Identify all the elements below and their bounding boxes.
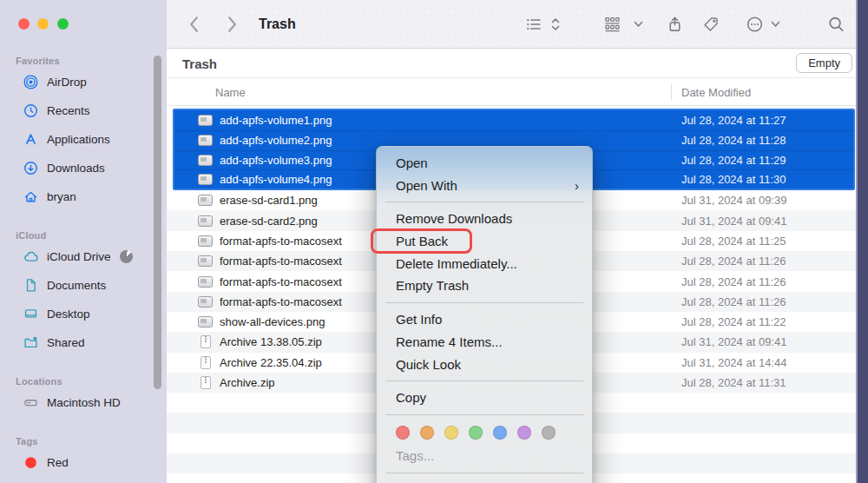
file-name: Archive 13.38.05.zip <box>220 335 322 348</box>
menu-item-remove-downloads[interactable]: Remove Downloads <box>377 208 592 230</box>
sidebar-item-shared[interactable]: Shared <box>0 328 167 357</box>
sidebar-item-icloud-drive[interactable]: iCloud Drive <box>0 242 167 271</box>
sort-chevrons-icon[interactable] <box>550 17 561 31</box>
sidebar-item-label: Desktop <box>47 308 90 321</box>
image-file-icon <box>198 276 213 288</box>
menu-item-open[interactable]: Open <box>377 152 592 175</box>
image-file-icon <box>198 155 213 166</box>
sidebar-item-applications[interactable]: Applications <box>0 125 167 154</box>
table-row[interactable]: add-apfs-volume1.pngJul 28, 2024 at 11:2… <box>174 110 853 130</box>
file-date-modified: Jul 28, 2024 at 11:25 <box>681 235 786 248</box>
clock-icon <box>22 103 39 120</box>
file-date-modified: Jul 28, 2024 at 11:27 <box>681 114 786 127</box>
menu-item-empty-trash[interactable]: Empty Trash <box>377 275 592 297</box>
file-date-modified: Jul 28, 2024 at 11:26 <box>681 275 786 288</box>
document-icon <box>22 277 39 294</box>
sidebar-item-label: Recents <box>47 104 90 117</box>
menu-separator <box>385 473 583 473</box>
sidebar-item-recents[interactable]: Recents <box>0 96 167 125</box>
menu-item-put-back[interactable]: Put Back <box>377 230 592 253</box>
shared-folder-icon <box>22 334 39 352</box>
column-name[interactable]: Name <box>215 85 246 98</box>
menu-item-label: Quick Look <box>396 357 461 372</box>
menu-separator <box>385 302 583 303</box>
menu-item-label: Empty Trash <box>396 278 469 293</box>
menu-item-label: Tags... <box>396 448 434 463</box>
column-header: Name Date Modified <box>167 78 856 106</box>
tag-color-dot[interactable] <box>542 426 556 440</box>
section-title: Favorites <box>0 54 167 68</box>
file-name: Archive.zip <box>220 376 275 389</box>
tag-color-dot[interactable] <box>469 426 483 440</box>
zoom-window-button[interactable] <box>57 18 69 30</box>
page-title: Trash <box>182 56 217 70</box>
tag-color-dot[interactable] <box>396 426 410 440</box>
more-icon[interactable] <box>746 16 763 32</box>
chevron-down-icon[interactable] <box>771 21 780 28</box>
menu-item-quick-look[interactable]: Quick Look <box>377 354 592 376</box>
file-date-modified: Jul 28, 2024 at 11:22 <box>681 315 786 328</box>
sidebar-item-red[interactable]: Red <box>0 448 167 477</box>
menu-item-rename-4-items[interactable]: Rename 4 Items... <box>377 331 592 354</box>
sidebar-item-macintosh-hd[interactable]: Macintosh HD <box>0 388 167 417</box>
desktop-icon <box>22 306 39 323</box>
window-title: Trash <box>259 17 296 32</box>
section-title: Tags <box>0 434 167 448</box>
sidebar-scrollbar[interactable] <box>154 56 161 389</box>
list-view-icon[interactable] <box>526 17 542 32</box>
menu-item-label: Open <box>396 155 428 170</box>
menu-item-label: Get Info <box>396 312 442 327</box>
image-file-icon <box>198 215 213 227</box>
menu-item-get-info[interactable]: Get Info <box>377 308 592 331</box>
tag-color-dot[interactable] <box>420 426 434 440</box>
sidebar-item-airdrop[interactable]: AirDrop <box>0 68 167 96</box>
tag-color-dot[interactable] <box>444 426 458 440</box>
back-button[interactable] <box>187 16 201 33</box>
forward-button[interactable] <box>226 16 239 33</box>
file-name: add-apfs-volume3.png <box>220 154 332 167</box>
file-date-modified: Jul 28, 2024 at 11:29 <box>681 154 786 167</box>
minimize-window-button[interactable] <box>37 18 49 30</box>
tag-icon[interactable] <box>703 17 719 32</box>
column-divider[interactable] <box>671 83 672 101</box>
file-date-modified: Jul 31, 2024 at 14:44 <box>681 356 786 369</box>
airdrop-icon <box>22 74 39 91</box>
menu-item-copy[interactable]: Copy <box>377 387 592 409</box>
file-date-modified: Jul 28, 2024 at 11:26 <box>681 255 786 268</box>
zip-file-icon <box>201 356 211 369</box>
menu-item-open-with[interactable]: Open With› <box>377 175 592 197</box>
menu-separator <box>385 414 583 415</box>
menu-item-label: Open With <box>396 178 457 193</box>
sidebar-item-downloads[interactable]: Downloads <box>0 154 167 182</box>
sidebar-section-favorites: FavoritesAirDropRecentsApplicationsDownl… <box>0 54 167 211</box>
file-name: format-apfs-to-macosext <box>220 275 342 288</box>
chevron-down-icon[interactable] <box>634 21 643 28</box>
trash-header: Trash Empty <box>167 49 856 78</box>
file-date-modified: Jul 28, 2024 at 11:30 <box>681 173 786 186</box>
sidebar-item-documents[interactable]: Documents <box>0 271 167 300</box>
file-date-modified: Jul 28, 2024 at 11:26 <box>681 295 786 308</box>
zip-file-icon <box>201 376 211 389</box>
sidebar-item-desktop[interactable]: Desktop <box>0 300 167 328</box>
zip-file-icon <box>201 335 211 348</box>
share-icon[interactable] <box>667 16 683 32</box>
download-circle-icon <box>22 160 39 177</box>
tag-color-dot[interactable] <box>493 426 507 440</box>
file-name: add-apfs-volume4.png <box>220 173 332 186</box>
image-file-icon <box>198 135 213 146</box>
sidebar-item-label: bryan <box>47 190 76 203</box>
image-file-icon <box>198 195 213 206</box>
image-file-icon <box>198 296 213 308</box>
sidebar-item-label: Applications <box>47 133 110 146</box>
tag-color-dot[interactable] <box>517 426 531 440</box>
menu-item-delete-immediately[interactable]: Delete Immediately... <box>377 253 592 275</box>
sidebar-item-bryan[interactable]: bryan <box>0 182 167 211</box>
close-window-button[interactable] <box>18 18 30 30</box>
file-name: show-all-devices.png <box>220 315 325 328</box>
search-icon[interactable] <box>828 16 845 32</box>
column-date-modified[interactable]: Date Modified <box>681 85 751 98</box>
group-view-icon[interactable] <box>604 16 621 32</box>
empty-trash-button[interactable]: Empty <box>796 53 852 73</box>
file-date-modified: Jul 31, 2024 at 09:41 <box>681 215 786 228</box>
icloud-sync-progress-badge <box>120 250 133 263</box>
